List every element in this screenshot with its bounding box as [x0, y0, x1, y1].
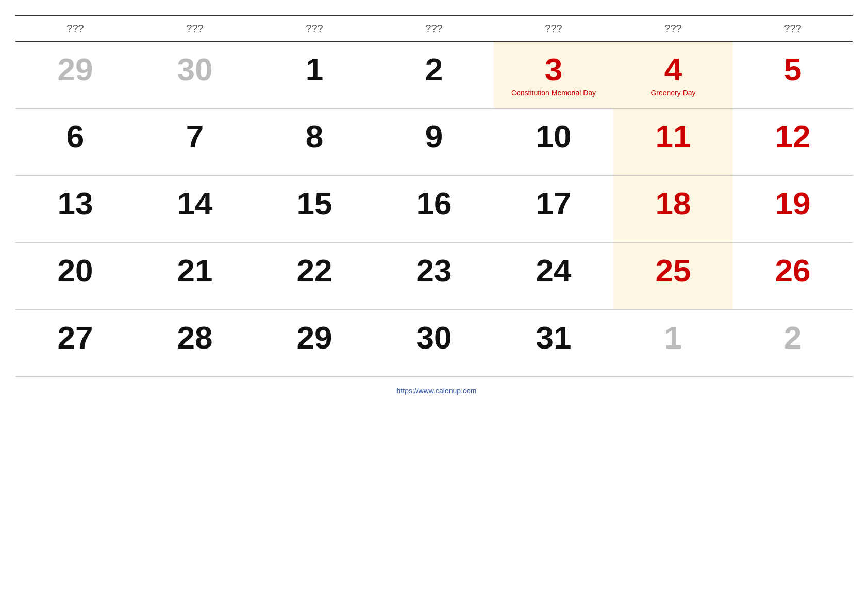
day-cell-3-5: 25 [613, 242, 733, 309]
day-number: 13 [21, 185, 130, 222]
day-cell-1-1: 7 [135, 108, 255, 175]
day-cell-0-2: 1 [255, 41, 374, 108]
day-cell-4-6: 2 [733, 309, 853, 376]
day-number: 2 [379, 51, 489, 88]
day-number: 1 [260, 51, 369, 88]
day-cell-3-1: 21 [135, 242, 255, 309]
day-number: 14 [140, 185, 249, 222]
day-number: 4 [619, 51, 728, 88]
day-number: 19 [738, 185, 847, 222]
day-number: 3 [499, 51, 608, 88]
day-cell-2-5: 18 [613, 175, 733, 242]
day-number: 7 [140, 118, 249, 155]
weekday-header-0: ??? [15, 16, 135, 41]
day-cell-1-5: 11 [613, 108, 733, 175]
day-cell-0-5: 4Greenery Day [613, 41, 733, 108]
day-number: 5 [738, 51, 847, 88]
day-number: 21 [140, 252, 249, 289]
day-cell-3-6: 26 [733, 242, 853, 309]
holiday-name: Constitution Memorial Day [499, 89, 608, 97]
day-number: 24 [499, 252, 608, 289]
day-number: 15 [260, 185, 369, 222]
day-number: 6 [21, 118, 130, 155]
calendar-table: ????????????????????? 2930123Constitutio… [15, 15, 853, 377]
day-number: 2 [738, 319, 847, 356]
day-number: 28 [140, 319, 249, 356]
day-cell-2-6: 19 [733, 175, 853, 242]
day-number: 16 [379, 185, 489, 222]
day-cell-2-0: 13 [15, 175, 135, 242]
day-cell-0-4: 3Constitution Memorial Day [494, 41, 613, 108]
day-number: 12 [738, 118, 847, 155]
week-row-1: 6789101112 [15, 108, 853, 175]
day-number: 26 [738, 252, 847, 289]
day-number: 23 [379, 252, 489, 289]
day-number: 30 [379, 319, 489, 356]
day-cell-3-3: 23 [374, 242, 494, 309]
day-cell-4-5: 1 [613, 309, 733, 376]
weekday-header-5: ??? [613, 16, 733, 41]
day-cell-4-3: 30 [374, 309, 494, 376]
day-number: 29 [260, 319, 369, 356]
day-number: 29 [21, 51, 130, 88]
week-row-3: 20212223242526 [15, 242, 853, 309]
week-row-4: 272829303112 [15, 309, 853, 376]
day-cell-2-1: 14 [135, 175, 255, 242]
day-cell-0-0: 29 [15, 41, 135, 108]
holiday-name: Greenery Day [619, 89, 728, 97]
day-number: 1 [619, 319, 728, 356]
day-number: 30 [140, 51, 249, 88]
footer-url[interactable]: https://www.calenup.com [397, 387, 477, 395]
weekday-header-2: ??? [255, 16, 374, 41]
day-number: 25 [619, 252, 728, 289]
week-row-2: 13141516171819 [15, 175, 853, 242]
weekday-header-6: ??? [733, 16, 853, 41]
day-number: 20 [21, 252, 130, 289]
day-number: 11 [619, 118, 728, 155]
day-cell-4-4: 31 [494, 309, 613, 376]
day-cell-0-3: 2 [374, 41, 494, 108]
weekday-header-4: ??? [494, 16, 613, 41]
day-cell-1-4: 10 [494, 108, 613, 175]
day-cell-1-0: 6 [15, 108, 135, 175]
footer: https://www.calenup.com [15, 386, 853, 395]
day-number: 17 [499, 185, 608, 222]
day-cell-3-2: 22 [255, 242, 374, 309]
day-number: 9 [379, 118, 489, 155]
day-number: 31 [499, 319, 608, 356]
day-number: 18 [619, 185, 728, 222]
weekday-header-1: ??? [135, 16, 255, 41]
weekday-header-3: ??? [374, 16, 494, 41]
day-cell-4-2: 29 [255, 309, 374, 376]
day-number: 10 [499, 118, 608, 155]
day-number: 22 [260, 252, 369, 289]
day-cell-4-1: 28 [135, 309, 255, 376]
day-number: 27 [21, 319, 130, 356]
day-cell-2-2: 15 [255, 175, 374, 242]
day-cell-2-4: 17 [494, 175, 613, 242]
day-cell-2-3: 16 [374, 175, 494, 242]
day-cell-3-4: 24 [494, 242, 613, 309]
week-row-0: 2930123Constitution Memorial Day4Greener… [15, 41, 853, 108]
day-cell-1-3: 9 [374, 108, 494, 175]
day-cell-1-2: 8 [255, 108, 374, 175]
day-cell-0-6: 5 [733, 41, 853, 108]
day-number: 8 [260, 118, 369, 155]
day-cell-1-6: 12 [733, 108, 853, 175]
weekday-header-row: ????????????????????? [15, 16, 853, 41]
day-cell-0-1: 30 [135, 41, 255, 108]
day-cell-3-0: 20 [15, 242, 135, 309]
day-cell-4-0: 27 [15, 309, 135, 376]
